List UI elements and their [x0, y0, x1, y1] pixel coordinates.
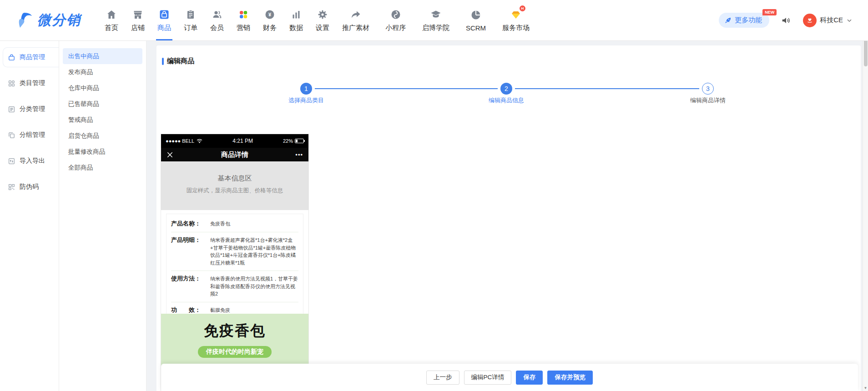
member-icon [211, 9, 223, 20]
submenu-label: 已售罄商品 [68, 100, 99, 108]
sidebar-item-product-manage[interactable]: 商品管理 [3, 47, 59, 67]
field-value: 免疫香包 [210, 220, 298, 228]
svg-text:¥: ¥ [268, 12, 272, 17]
scrollbar-down-arrow[interactable]: ▼ [863, 386, 868, 390]
nav-label: 服务市场 [502, 24, 530, 32]
promo-share-icon [350, 9, 362, 20]
nav-label: 会员 [210, 24, 224, 32]
field-label: 产品名称： [171, 220, 210, 228]
submenu-item-warning[interactable]: 警戒商品 [63, 112, 142, 128]
chevron-down-icon [846, 17, 853, 24]
field-value: 黏膜免疫 [210, 306, 298, 314]
field-row-effect: 功 效： 黏膜免疫 [171, 302, 298, 314]
nav-item-scrm[interactable]: SCRM [456, 0, 496, 40]
sidebar-item-label: 导入导出 [20, 157, 45, 165]
nav-item-shop[interactable]: 店铺 [125, 0, 151, 40]
miniprogram-icon [390, 9, 402, 20]
left-sidebar: 商品管理 类目管理 分类管理 分组管理 导入导出 [0, 41, 59, 391]
nav-item-promo-material[interactable]: 推广素材 [336, 0, 376, 40]
submenu-item-on-sale[interactable]: 出售中商品 [63, 48, 142, 64]
field-row-usage: 使用方法： 纳米香囊的使用方法见视频1，甘草干姜和藿香陈皮搭配香芬仪的使用方法见… [171, 271, 298, 302]
sidebar-item-label: 类目管理 [20, 79, 45, 87]
save-and-preview-button[interactable]: 保存并预览 [547, 371, 593, 385]
submenu-label: 批量修改商品 [68, 148, 105, 156]
phone-status-bar: ●●●●● BELL 4:21 PM 22% [161, 134, 308, 148]
submenu-item-stock-warehouse[interactable]: 启货仓商品 [63, 128, 142, 144]
step-num: 1 [304, 85, 308, 92]
wifi-icon [197, 139, 202, 143]
nav-item-service-market[interactable]: H 服务市场 [496, 0, 536, 40]
gem-badge: H [520, 5, 525, 11]
submenu-label: 警戒商品 [68, 116, 93, 124]
phone-title-bar: 商品详情 ••• [161, 148, 308, 161]
marketing-icon [237, 9, 249, 20]
submenu-item-in-warehouse[interactable]: 仓库中商品 [63, 80, 142, 96]
nav-item-settings[interactable]: 设置 [309, 0, 336, 40]
account-menu[interactable]: 科技CE [803, 14, 853, 27]
nav-label: SCRM [466, 24, 486, 32]
info-zone-title: 基本信息区 [161, 161, 308, 183]
submenu-label: 出售中商品 [68, 52, 99, 60]
page-scrollbar[interactable]: ▲ ▼ [863, 0, 868, 391]
rocket-icon [724, 17, 732, 24]
field-label: 产品明细： [171, 236, 210, 266]
step-1-circle[interactable]: 1 [300, 83, 312, 95]
logo-text: 微分销 [37, 11, 81, 30]
nav-item-member[interactable]: 会员 [204, 0, 230, 40]
product-icon [158, 9, 170, 20]
nav-item-academy[interactable]: 启博学院 [416, 0, 456, 40]
more-features-label: 更多功能 [735, 16, 762, 25]
new-badge: NEW [762, 9, 777, 15]
data-icon [290, 9, 302, 20]
step-num: 3 [706, 85, 710, 92]
banner-tag: 伴疫时代的时尚新宠 [198, 346, 272, 358]
submenu-item-publish[interactable]: 发布商品 [63, 64, 142, 80]
edit-pc-detail-button[interactable]: 编辑PC详情 [464, 371, 512, 385]
field-label: 功 效： [171, 306, 210, 314]
step-2-label[interactable]: 编辑商品信息 [461, 96, 552, 105]
nav-label: 首页 [105, 24, 118, 32]
nav-item-product[interactable]: 商品 [151, 0, 177, 40]
nav-item-finance[interactable]: ¥ 财务 [257, 0, 283, 40]
sidebar-item-category-manage[interactable]: 分类管理 [3, 99, 59, 119]
order-icon [185, 9, 197, 20]
field-value: 纳米香囊的使用方法见视频1，甘草干姜和藿香陈皮搭配香芬仪的使用方法见视频2 [210, 275, 298, 298]
header-right: 更多功能 NEW 科技CE [719, 13, 868, 28]
step-2-circle[interactable]: 2 [500, 83, 512, 95]
submenu-label: 仓库中商品 [68, 84, 99, 92]
sidebar-item-catalog-manage[interactable]: 类目管理 [3, 73, 59, 93]
page-title-text: 编辑商品 [167, 57, 194, 65]
sidebar-item-label: 防伪码 [20, 183, 39, 191]
field-row-detail: 产品明细： 纳米香囊超声雾化器*1台+雾化液*2盒+甘草干姜植物饮品*1罐+藿香… [171, 232, 298, 271]
nav-label: 启博学院 [422, 24, 449, 32]
shop-icon [132, 9, 144, 20]
nav-item-home[interactable]: 首页 [98, 0, 125, 40]
nav-item-miniprogram[interactable]: 小程序 [376, 0, 416, 40]
nav-label: 数据 [289, 24, 303, 32]
title-accent-bar [162, 58, 164, 65]
banner-title: 免疫香包 [161, 321, 308, 341]
nav-item-order[interactable]: 订单 [177, 0, 204, 40]
step-3-label[interactable]: 编辑商品详情 [662, 96, 753, 105]
nav-item-data[interactable]: 数据 [283, 0, 309, 40]
nav-item-marketing[interactable]: 营销 [230, 0, 257, 40]
field-label: 使用方法： [171, 275, 210, 298]
submenu-item-sold-out[interactable]: 已售罄商品 [63, 96, 142, 112]
mobile-preview: ●●●●● BELL 4:21 PM 22% 商品详情 [161, 134, 308, 391]
submenu-item-batch-edit[interactable]: 批量修改商品 [63, 144, 142, 160]
more-dots-icon: ••• [295, 151, 308, 158]
step-1-label[interactable]: 选择商品类目 [261, 96, 352, 105]
previous-step-button[interactable]: 上一步 [426, 371, 459, 385]
announcement-speaker-icon[interactable] [781, 15, 791, 25]
sidebar-item-group-manage[interactable]: 分组管理 [3, 125, 59, 145]
submenu-item-all-products[interactable]: 全部商品 [63, 160, 142, 175]
app-logo[interactable]: 微分销 [18, 11, 81, 30]
step-3-circle[interactable]: 3 [702, 83, 714, 95]
sidebar-item-label: 分组管理 [20, 131, 45, 139]
basic-info-zone: 基本信息区 固定样式，显示商品主图、价格等信息 [161, 161, 308, 210]
sidebar-item-anticounterfeit-code[interactable]: 防伪码 [3, 177, 59, 197]
save-button[interactable]: 保存 [516, 371, 543, 385]
product-fields-section: 产品名称： 免疫香包 产品明细： 纳米香囊超声雾化器*1台+雾化液*2盒+甘草干… [161, 210, 308, 314]
sidebar-item-import-export[interactable]: 导入导出 [3, 151, 59, 171]
more-features-button[interactable]: 更多功能 NEW [719, 13, 769, 28]
